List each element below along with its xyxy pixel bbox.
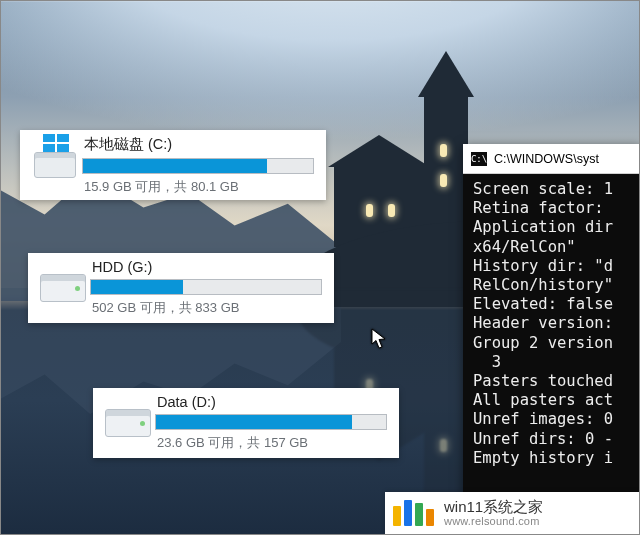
drive-subtext: 502 GB 可用，共 833 GB (92, 299, 322, 317)
drive-hdd-icon (36, 263, 90, 313)
drive-label: 本地磁盘 (C:) (84, 135, 314, 154)
drive-ssd-icon (28, 140, 82, 190)
drive-tile-d[interactable]: Data (D:) 23.6 GB 可用，共 157 GB (93, 388, 399, 458)
drive-subtext: 23.6 GB 可用，共 157 GB (157, 434, 387, 452)
watermark-url: www.relsound.com (444, 515, 543, 528)
watermark-logo-icon (393, 500, 434, 526)
console-output[interactable]: Screen scale: 1 Retina factor: Applicati… (463, 174, 640, 514)
drive-tile-c[interactable]: 本地磁盘 (C:) 15.9 GB 可用，共 80.1 GB (20, 130, 326, 200)
drive-usage-bar (155, 414, 387, 430)
drive-usage-bar (90, 279, 322, 295)
console-titlebar[interactable]: C:\ C:\WINDOWS\syst (463, 144, 640, 174)
cmd-icon: C:\ (471, 152, 487, 166)
drive-subtext: 15.9 GB 可用，共 80.1 GB (84, 178, 314, 196)
drive-hdd-icon (101, 398, 155, 448)
watermark-banner: win11系统之家 www.relsound.com (385, 492, 639, 534)
drive-label: Data (D:) (157, 394, 387, 410)
drive-usage-fill (83, 159, 267, 173)
mouse-cursor-icon (371, 328, 387, 350)
drive-usage-fill (91, 280, 183, 294)
drive-label: HDD (G:) (92, 259, 322, 275)
drive-usage-bar (82, 158, 314, 174)
console-title: C:\WINDOWS\syst (494, 152, 599, 166)
drive-usage-fill (156, 415, 352, 429)
console-window[interactable]: C:\ C:\WINDOWS\syst Screen scale: 1 Reti… (463, 144, 640, 514)
watermark-name: win11系统之家 (444, 498, 543, 515)
drive-tile-g[interactable]: HDD (G:) 502 GB 可用，共 833 GB (28, 253, 334, 323)
